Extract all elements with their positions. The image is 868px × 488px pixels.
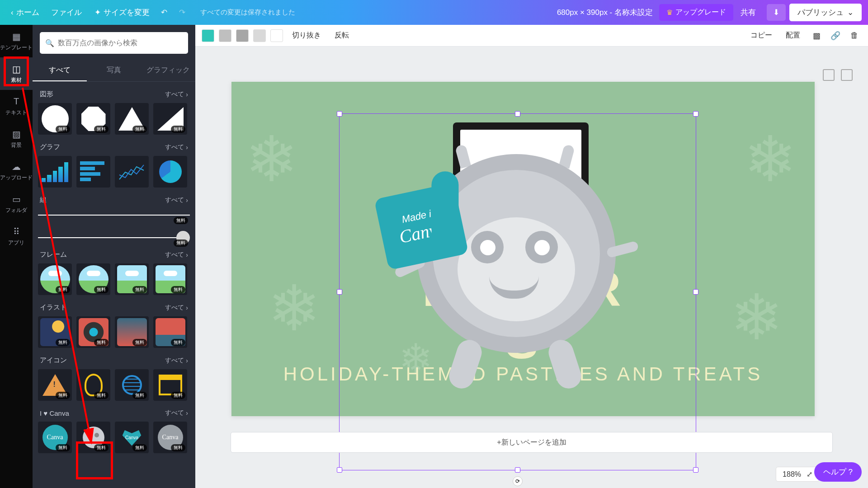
resize-handle-ne[interactable] bbox=[693, 111, 698, 117]
shape-circle[interactable]: 無料 bbox=[38, 103, 72, 135]
resize-handle-nw[interactable] bbox=[337, 111, 342, 117]
add-page-button[interactable]: +新しいページを追加 bbox=[231, 432, 833, 453]
chart-pie[interactable] bbox=[153, 156, 187, 188]
line-element-2[interactable]: 無料 bbox=[38, 230, 190, 246]
delete-button[interactable]: 🗑 bbox=[847, 28, 862, 43]
lines-see-all[interactable]: すべて › bbox=[165, 196, 188, 204]
canva-badge-grey[interactable]: Canva無料 bbox=[153, 422, 187, 453]
templates-icon: ▦ bbox=[11, 31, 22, 42]
share-button[interactable]: 共有 bbox=[733, 4, 763, 21]
color-swatch-3[interactable] bbox=[236, 29, 249, 42]
panel-body[interactable]: 図形 すべて › 無料 無料 無料 無料 グラフ すべて › 線 すべて › 無… bbox=[33, 82, 195, 488]
file-menu[interactable]: ファイル bbox=[44, 4, 89, 21]
icon-store[interactable]: 無料 bbox=[153, 369, 187, 401]
chart-hbar[interactable] bbox=[76, 156, 110, 188]
crop-button[interactable]: 切り抜き bbox=[288, 31, 326, 40]
resize-menu[interactable]: ✦ サイズを変更 bbox=[89, 5, 155, 20]
chevron-right-icon: › bbox=[186, 304, 188, 311]
free-badge: 無料 bbox=[171, 444, 185, 451]
snowflake-icon: ❄ bbox=[245, 122, 298, 196]
search-icon: 🔍 bbox=[45, 39, 54, 47]
link-button[interactable]: 🔗 bbox=[828, 28, 843, 43]
frames-see-all[interactable]: すべて › bbox=[165, 251, 188, 259]
shape-octagon[interactable]: 無料 bbox=[76, 103, 110, 135]
download-button[interactable]: ⬇ bbox=[767, 4, 786, 21]
frame-circle-1[interactable]: 無料 bbox=[38, 263, 72, 295]
search-box[interactable]: 🔍 bbox=[40, 32, 188, 54]
resize-handle-se[interactable] bbox=[693, 467, 698, 473]
arrange-button[interactable]: 配置 bbox=[781, 31, 805, 40]
rotate-handle[interactable]: ⟳ bbox=[513, 476, 523, 486]
illust-see-all[interactable]: すべて › bbox=[165, 304, 188, 312]
color-swatch-2[interactable] bbox=[219, 29, 231, 42]
panel-tabs: すべて 写真 グラフィック bbox=[33, 61, 195, 82]
rail-text-label: テキスト bbox=[5, 109, 27, 117]
search-input[interactable] bbox=[58, 39, 183, 47]
transparency-button[interactable]: ▩ bbox=[809, 28, 824, 43]
zoom-control[interactable]: 188% ⤢ bbox=[776, 467, 819, 482]
resize-handle-sw[interactable] bbox=[337, 467, 342, 473]
canva-badge-1[interactable]: Canva無料 bbox=[38, 422, 72, 453]
flip-button[interactable]: 反転 bbox=[330, 31, 354, 40]
color-swatch-1[interactable] bbox=[202, 29, 214, 42]
frame-rect-1[interactable]: 無料 bbox=[115, 263, 149, 295]
comment-page-icon[interactable] bbox=[823, 69, 835, 81]
illust-backpack[interactable]: 無料 bbox=[153, 316, 187, 348]
illust-moon[interactable]: 無料 bbox=[38, 316, 72, 348]
free-badge: 無料 bbox=[94, 392, 108, 399]
rail-upload[interactable]: ☁ アップロード bbox=[0, 155, 33, 188]
rail-apps[interactable]: ⠿ アプリ bbox=[0, 220, 33, 253]
shape-right-triangle[interactable]: 無料 bbox=[153, 103, 187, 135]
save-status: すべての変更は保存されました bbox=[200, 8, 295, 17]
shape-triangle[interactable]: 無料 bbox=[115, 103, 149, 135]
line-element-1[interactable]: 無料 bbox=[38, 207, 190, 223]
icons-see-all[interactable]: すべて › bbox=[165, 357, 188, 365]
publish-label: パブリッシュ bbox=[797, 7, 844, 18]
tab-photo[interactable]: 写真 bbox=[87, 61, 141, 81]
rail-elements[interactable]: ◫ 素材 bbox=[0, 57, 33, 90]
upgrade-button[interactable]: ♛ アップグレード bbox=[659, 4, 733, 21]
canvas-viewport[interactable]: ❄ ❄ ❄ ❄ ❄ DEE ERS HOLIDAY-THEMED PASTRIE… bbox=[195, 47, 868, 488]
canva-monster-thumb[interactable]: 無料 bbox=[76, 422, 110, 453]
section-illust-label: イラスト bbox=[40, 303, 67, 312]
shapes-see-all[interactable]: すべて › bbox=[165, 90, 188, 99]
canva-heart[interactable]: Canva無料 bbox=[115, 422, 149, 453]
resize-handle-w[interactable] bbox=[337, 289, 342, 295]
home-button[interactable]: ‹ ホーム bbox=[6, 5, 44, 20]
tab-graphic[interactable]: グラフィック bbox=[141, 61, 195, 81]
illust-record[interactable]: 無料 bbox=[76, 316, 110, 348]
duplicate-page-icon[interactable] bbox=[841, 69, 853, 81]
charts-see-all[interactable]: すべて › bbox=[165, 143, 188, 151]
chart-bar[interactable] bbox=[38, 156, 72, 188]
frame-rect-2[interactable]: 無料 bbox=[153, 263, 187, 295]
canva-see-all[interactable]: すべて › bbox=[165, 409, 188, 417]
rail-background[interactable]: ▨ 背景 bbox=[0, 122, 33, 155]
doc-dimensions[interactable]: 680px × 390px - 名称未設定 bbox=[557, 7, 653, 18]
rail-templates[interactable]: ▦ テンプレート bbox=[0, 25, 33, 57]
copy-button[interactable]: コピー bbox=[746, 31, 777, 40]
canvas-page[interactable]: ❄ ❄ ❄ ❄ ❄ DEE ERS HOLIDAY-THEMED PASTRIE… bbox=[231, 82, 815, 416]
illust-binoculars[interactable]: 無料 bbox=[115, 316, 149, 348]
undo-button[interactable]: ↶ bbox=[155, 4, 173, 22]
trash-icon: 🗑 bbox=[850, 31, 859, 40]
redo-button[interactable]: ↷ bbox=[173, 4, 191, 22]
rail-folder[interactable]: ▭ フォルダ bbox=[0, 188, 33, 220]
rail-text[interactable]: T テキスト bbox=[0, 90, 33, 122]
tab-all[interactable]: すべて bbox=[33, 61, 87, 81]
expand-icon[interactable]: ⤢ bbox=[807, 470, 812, 479]
resize-handle-e[interactable] bbox=[693, 289, 698, 295]
publish-button[interactable]: パブリッシュ ⌄ bbox=[789, 4, 862, 21]
monster-graphic[interactable]: Made in Canva bbox=[363, 127, 670, 434]
apps-icon: ⠿ bbox=[11, 226, 22, 237]
color-swatch-4[interactable] bbox=[253, 29, 266, 42]
frame-circle-2[interactable]: 無料 bbox=[76, 263, 110, 295]
rail-templates-label: テンプレート bbox=[0, 44, 33, 52]
resize-handle-s[interactable] bbox=[515, 467, 520, 473]
resize-handle-n[interactable] bbox=[515, 111, 520, 117]
help-button[interactable]: ヘルプ ? bbox=[814, 462, 862, 482]
icon-bulb[interactable]: 無料 bbox=[76, 369, 110, 401]
icon-globe[interactable]: 無料 bbox=[115, 369, 149, 401]
icon-warning[interactable]: !無料 bbox=[38, 369, 72, 401]
chart-line[interactable] bbox=[115, 156, 149, 188]
color-swatch-5[interactable] bbox=[270, 29, 283, 42]
